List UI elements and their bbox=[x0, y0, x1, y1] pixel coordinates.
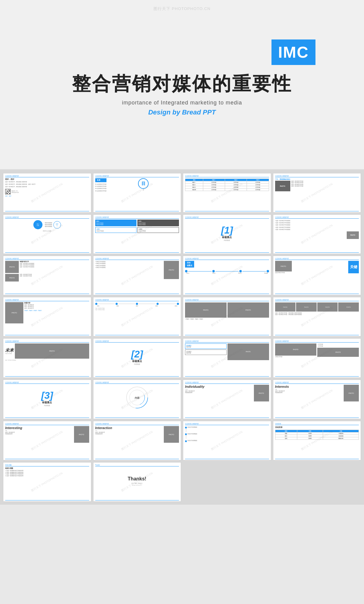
slide-7-header: 点击添加入标题内容 bbox=[185, 217, 269, 219]
slide-23-bottom-line bbox=[185, 418, 269, 418]
slide-5: 点击添加入标题内容 图行天下 PHOTOPHOTO.CN 核心内容 → 相关内容… bbox=[3, 214, 91, 254]
watermark-top: 图行天下 PHOTOPHOTO.CN bbox=[153, 6, 211, 12]
slide-16-header: 点击添加入标题内容 bbox=[275, 299, 359, 301]
slide-3-header: 点击添加入标题内容 bbox=[185, 175, 269, 177]
slide-15: 点击添加入标题内容 图行天下 PHOTOPHOTO.CN PHOTO PHOTO… bbox=[183, 297, 271, 336]
slide-24-bottom-line bbox=[275, 418, 359, 418]
slide-28: 活动安排 图行天下 PHOTOPHOTO.CN 活动安排 阶段时间内容 准备第1… bbox=[273, 421, 361, 460]
slide-3-bottom-line bbox=[185, 211, 269, 211]
slide-10-bottom-line bbox=[95, 294, 179, 294]
slides-grid: 点击添加入标题内容 图行天下 PHOTOPHOTO.CN 您好，您好 这是一段示… bbox=[0, 170, 364, 505]
slide-20-header: 点击添加入标题内容 bbox=[275, 340, 359, 343]
slide-28-bottom-line bbox=[275, 459, 359, 459]
slide-10: 点击添加入标题内容 图行天下 PHOTOPHOTO.CN • 示例文字内容描述 … bbox=[93, 256, 181, 295]
slide-interaction-header: 点击添加入标题内容 bbox=[95, 423, 179, 425]
slide-5-header: 点击添加入标题内容 bbox=[5, 217, 89, 219]
slide-21: 点击添加入标题内容 图行天下 PHOTOPHOTO.CN [3] 标题重点 内容… bbox=[3, 380, 91, 419]
slide-individuality-header: 点击添加入标题内容 bbox=[185, 382, 269, 384]
slide-9-bottom-line bbox=[5, 294, 89, 294]
slide-29: 结语·回顾 图行天下 PHOTOPHOTO.CN 结语·回顾 1. 这是一段回顾… bbox=[3, 462, 91, 502]
slide-29-header: 结语·回顾 bbox=[5, 464, 89, 466]
slide-21-header: 点击添加入标题内容 bbox=[5, 382, 89, 384]
slide-13-bottom-line bbox=[5, 335, 89, 335]
slide-interests-header: 点击添加入标题内容 bbox=[275, 382, 359, 384]
slide-14: 点击添加入标题内容 图行天下 PHOTOPHOTO.CN 2015 2016 2… bbox=[93, 297, 181, 336]
slide-thanks: Thanks! 图行天下 PHOTOPHOTO.CN Thanks! PPT "… bbox=[93, 462, 181, 502]
hero-section: 图行天下 PHOTOPHOTO.CN IMC 整合营销对媒体的重要性 impor… bbox=[0, 0, 364, 170]
slide-4-bottom-line bbox=[275, 211, 359, 211]
slide-thanks-header: Thanks! bbox=[95, 464, 179, 466]
slide-7: 点击添加入标题内容 图行天下 PHOTOPHOTO.CN [1] 标题重点 内容… bbox=[183, 214, 271, 254]
slide-15-bottom-line bbox=[185, 335, 269, 335]
slide-1: 点击添加入标题内容 图行天下 PHOTOPHOTO.CN 您好，您好 这是一段示… bbox=[3, 173, 91, 213]
slide-interesting: 点击添加入标题内容 图行天下 PHOTOPHOTO.CN Interesting… bbox=[3, 421, 91, 460]
slide-19: 点击添加入标题内容 图行天下 PHOTOPHOTO.CN CASE1 相关内容 … bbox=[183, 338, 271, 378]
slide-11: 点击添加入标题内容 图行天下 PHOTOPHOTO.CN 活动创新点 节点一 节… bbox=[183, 256, 271, 295]
slide-29-bottom-line bbox=[5, 500, 89, 500]
slide-interests: 点击添加入标题内容 图行天下 PHOTOPHOTO.CN Interests 兴… bbox=[273, 380, 361, 419]
slide-8: 点击添加入标题内容 图行天下 PHOTOPHOTO.CN • 这是一段示例文字内… bbox=[273, 214, 361, 254]
slide-16-bottom-line bbox=[275, 335, 359, 335]
slide-19-bottom-line bbox=[185, 376, 269, 377]
hero-subtitle: Design by Bread PPT bbox=[148, 108, 216, 116]
slide-14-bottom-line bbox=[95, 335, 179, 335]
imc-badge: IMC bbox=[271, 39, 315, 65]
slide-16: 点击添加入标题内容 图行天下 PHOTOPHOTO.CN PHOTO PHOTO… bbox=[273, 297, 361, 336]
slide-6-bottom-line bbox=[95, 252, 179, 253]
slide-12: 点击添加入标题内容 图行天下 PHOTOPHOTO.CN PHOTO 这是示例文… bbox=[273, 256, 361, 295]
slide-22: 点击添加入标题内容 图行天下 PHOTOPHOTO.CN 内容 bbox=[93, 380, 181, 419]
slide-interaction: 点击添加入标题内容 图行天下 PHOTOPHOTO.CN Interaction… bbox=[93, 421, 181, 460]
slide-21-bottom-line bbox=[5, 418, 89, 418]
slide-26-bottom-line bbox=[95, 459, 179, 459]
slide-11-bottom-line bbox=[185, 294, 269, 294]
slide-11-header: 点击添加入标题内容 bbox=[185, 258, 269, 260]
slide-8-bottom-line bbox=[275, 252, 359, 253]
slide-6: 点击添加入标题内容 图行天下 PHOTOPHOTO.CN 分类一 内容文字描述 … bbox=[93, 214, 181, 254]
slide-2-header: 点击添加入标题内容 bbox=[95, 175, 179, 177]
slide-14-header: 点击添加入标题内容 bbox=[95, 299, 179, 301]
slide-1-bottom-line bbox=[5, 211, 89, 211]
slide-2: 点击添加入标题内容 图行天下 PHOTOPHOTO.CN 目录 01 点击添加文… bbox=[93, 173, 181, 213]
slide-27: 点击添加入标题内容 图行天下 PHOTOPHOTO.CN 内容文字说明描述 内容… bbox=[183, 421, 271, 460]
slide-8-header: 点击添加入标题内容 bbox=[275, 217, 359, 219]
slide-25-bottom-line bbox=[5, 459, 89, 459]
slide-15-header: 点击添加入标题内容 bbox=[185, 299, 269, 301]
slide-5-bottom-line bbox=[5, 252, 89, 253]
hero-title-en: importance of Integrated marketing to me… bbox=[122, 100, 242, 106]
slide-22-bottom-line bbox=[95, 418, 179, 418]
slide-27-header: 点击添加入标题内容 bbox=[185, 423, 269, 425]
slide-4-header: 点击添加入标题内容 bbox=[275, 175, 359, 177]
slide-12-bottom-line bbox=[275, 294, 359, 294]
slide-7-bottom-line bbox=[185, 252, 269, 253]
slide-27-bottom-line bbox=[185, 459, 269, 459]
slide-20-bottom-line bbox=[275, 376, 359, 377]
slide-13: 点击添加入标题内容 图行天下 PHOTOPHOTO.CN PHOTO 标题内容 … bbox=[3, 297, 91, 336]
slide-individuality: 点击添加入标题内容 图行天下 PHOTOPHOTO.CN Individuali… bbox=[183, 380, 271, 419]
slide-4: 点击添加入标题内容 图行天下 PHOTOPHOTO.CN 下午，营销策略的观点 … bbox=[273, 173, 361, 213]
slide-13-header: 点击添加入标题内容 bbox=[5, 299, 89, 301]
slide-9-header: 点击添加入标题内容 bbox=[5, 258, 89, 260]
slide-20: 点击添加入标题内容 图行天下 PHOTOPHOTO.CN PHOTO 示例文字内… bbox=[273, 338, 361, 378]
slide-17-bottom-line bbox=[5, 376, 89, 377]
slide-1-header: 点击添加入标题内容 bbox=[5, 175, 89, 177]
slide-9: 点击添加入标题内容 图行天下 PHOTOPHOTO.CN PHOTO 标题内容文… bbox=[3, 256, 91, 295]
slide-17-header: 点击添加入标题内容 bbox=[5, 340, 89, 343]
slide-19-header: 点击添加入标题内容 bbox=[185, 340, 269, 343]
slide-18-header: 点击添加入标题内容 bbox=[95, 340, 179, 343]
slide-30-bottom-line bbox=[95, 500, 179, 500]
slide-12-header: 点击添加入标题内容 bbox=[275, 258, 359, 260]
slide-22-header: 点击添加入标题内容 bbox=[95, 382, 179, 384]
svg-text:内容: 内容 bbox=[135, 396, 140, 399]
slide-3: 点击添加入标题内容 图行天下 PHOTOPHOTO.CN 类别内容一内容二内容三… bbox=[183, 173, 271, 213]
slide-10-header: 点击添加入标题内容 bbox=[95, 258, 179, 260]
slide-2-bottom-line bbox=[95, 211, 179, 211]
hero-title-cn: 整合营销对媒体的重要性 bbox=[72, 71, 292, 97]
slide-18-bottom-line bbox=[95, 376, 179, 377]
slide-6-header: 点击添加入标题内容 bbox=[95, 217, 179, 219]
slide-interesting-header: 点击添加入标题内容 bbox=[5, 423, 89, 425]
slide-28-header: 活动安排 bbox=[275, 423, 359, 425]
slide-18: 点击添加入标题内容 图行天下 PHOTOPHOTO.CN [2] 标题重点 内容… bbox=[93, 338, 181, 378]
slide-17: 点击添加入标题内容 图行天下 PHOTOPHOTO.CN 未来 THE FUTU… bbox=[3, 338, 91, 378]
